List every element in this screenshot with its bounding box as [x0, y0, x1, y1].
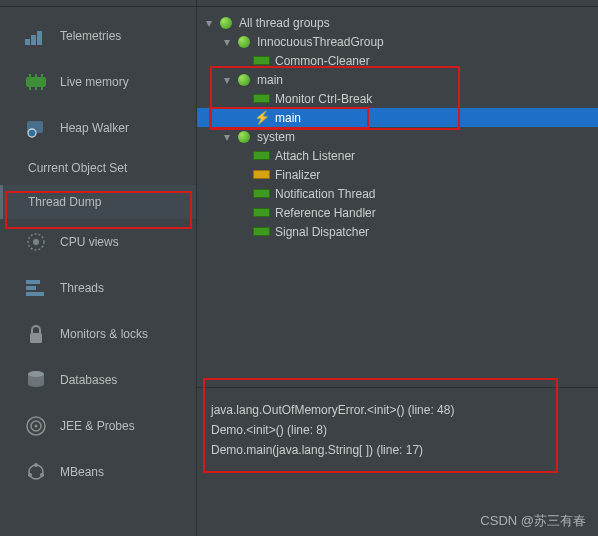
tree-node-label: All thread groups — [239, 16, 330, 30]
lock-icon — [24, 322, 48, 346]
tree-node[interactable]: Monitor Ctrl-Break — [197, 89, 598, 108]
sidebar-item-label: Monitors & locks — [60, 327, 148, 341]
thread-group-icon — [235, 35, 252, 48]
svg-point-24 — [34, 463, 38, 467]
content-area: ▾ All thread groups ▾InnocuousThreadGrou… — [197, 0, 598, 536]
sidebar-item-thread-dump[interactable]: Thread Dump — [0, 185, 196, 219]
thread-active-icon: ⚡ — [253, 111, 270, 124]
tree-node-label: Reference Handler — [275, 206, 376, 220]
stack-line: Demo.main(java.lang.String[ ]) (line: 17… — [211, 440, 584, 460]
sidebar-item-label: Telemetries — [60, 29, 121, 43]
svg-point-11 — [28, 129, 36, 137]
thread-waiting-icon — [253, 168, 270, 181]
tree-node-label: Monitor Ctrl-Break — [275, 92, 372, 106]
tree-node-label: main — [257, 73, 283, 87]
sidebar-item-label: Databases — [60, 373, 117, 387]
tree-node[interactable]: Signal Dispatcher — [197, 222, 598, 241]
svg-point-22 — [35, 425, 38, 428]
sidebar-item-current-object-set[interactable]: Current Object Set — [0, 151, 196, 185]
sidebar-item-label: Heap Walker — [60, 121, 129, 135]
tree-node-label: Common-Cleaner — [275, 54, 370, 68]
sidebar-item-label: Live memory — [60, 75, 129, 89]
tree-root[interactable]: ▾ All thread groups — [197, 13, 598, 32]
svg-rect-2 — [37, 31, 42, 45]
sidebar-item-label: Current Object Set — [28, 161, 127, 175]
sidebar-list: Telemetries Live memory Heap Walker Curr… — [0, 7, 196, 495]
sidebar-item-label: Threads — [60, 281, 104, 295]
svg-rect-8 — [35, 87, 37, 90]
tree-node-label: Signal Dispatcher — [275, 225, 369, 239]
thread-group-icon — [235, 73, 252, 86]
sidebar-item-label: MBeans — [60, 465, 104, 479]
thread-running-icon — [253, 149, 270, 162]
thread-running-icon — [253, 225, 270, 238]
tree-node[interactable]: ⚡main — [197, 108, 598, 127]
cpu-views-icon — [24, 230, 48, 254]
stack-line: Demo.<init>() (line: 8) — [211, 420, 584, 440]
thread-group-icon — [217, 16, 234, 29]
database-icon — [24, 368, 48, 392]
tree-node-label: Finalizer — [275, 168, 320, 182]
thread-running-icon — [253, 54, 270, 67]
content-header — [197, 0, 598, 7]
chevron-down-icon[interactable]: ▾ — [203, 17, 215, 29]
svg-point-26 — [28, 473, 32, 477]
svg-rect-17 — [30, 333, 42, 343]
sidebar-item-databases[interactable]: Databases — [0, 357, 196, 403]
thread-running-icon — [253, 187, 270, 200]
chevron-down-icon[interactable]: ▾ — [221, 131, 233, 143]
svg-point-23 — [29, 465, 43, 479]
tree-node[interactable]: ▾system — [197, 127, 598, 146]
live-memory-icon — [24, 70, 48, 94]
heap-walker-icon — [24, 116, 48, 140]
stack-trace-panel: java.lang.OutOfMemoryError.<init>() (lin… — [197, 387, 598, 482]
sidebar-item-telemetries[interactable]: Telemetries — [0, 13, 196, 59]
thread-running-icon — [253, 92, 270, 105]
tree-node-label: InnocuousThreadGroup — [257, 35, 384, 49]
svg-rect-14 — [26, 280, 40, 284]
sidebar-item-jee-probes[interactable]: JEE & Probes — [0, 403, 196, 449]
svg-rect-5 — [35, 74, 37, 77]
tree-node[interactable]: ▾InnocuousThreadGroup — [197, 32, 598, 51]
tree-node-label: system — [257, 130, 295, 144]
sidebar-item-monitors-locks[interactable]: Monitors & locks — [0, 311, 196, 357]
sidebar-item-heap-walker[interactable]: Heap Walker — [0, 105, 196, 151]
svg-point-25 — [40, 473, 44, 477]
sidebar-item-threads[interactable]: Threads — [0, 265, 196, 311]
chevron-down-icon[interactable]: ▾ — [221, 74, 233, 86]
tree-node[interactable]: Attach Listener — [197, 146, 598, 165]
sidebar-item-label: JEE & Probes — [60, 419, 135, 433]
svg-point-13 — [33, 239, 39, 245]
threads-icon — [24, 276, 48, 300]
tree-node-label: Attach Listener — [275, 149, 355, 163]
sidebar-header — [0, 0, 196, 7]
sidebar-item-label: Thread Dump — [28, 195, 101, 209]
svg-rect-6 — [41, 74, 43, 77]
thread-group-icon — [235, 130, 252, 143]
stack-line: java.lang.OutOfMemoryError.<init>() (lin… — [211, 400, 584, 420]
telemetries-icon — [24, 24, 48, 48]
sidebar-item-mbeans[interactable]: MBeans — [0, 449, 196, 495]
svg-rect-16 — [26, 292, 44, 296]
svg-point-19 — [28, 371, 44, 377]
tree-node[interactable]: Notification Thread — [197, 184, 598, 203]
chevron-down-icon[interactable]: ▾ — [221, 36, 233, 48]
svg-rect-3 — [26, 77, 46, 87]
sidebar-item-label: CPU views — [60, 235, 119, 249]
svg-rect-1 — [31, 35, 36, 45]
thread-tree[interactable]: ▾ All thread groups ▾InnocuousThreadGrou… — [197, 7, 598, 247]
sidebar-item-live-memory[interactable]: Live memory — [0, 59, 196, 105]
sidebar-item-cpu-views[interactable]: CPU views — [0, 219, 196, 265]
svg-rect-0 — [25, 39, 30, 45]
tree-node[interactable]: Reference Handler — [197, 203, 598, 222]
mbeans-icon — [24, 460, 48, 484]
svg-rect-7 — [29, 87, 31, 90]
tree-node[interactable]: ▾main — [197, 70, 598, 89]
probes-icon — [24, 414, 48, 438]
svg-rect-9 — [41, 87, 43, 90]
tree-node[interactable]: Finalizer — [197, 165, 598, 184]
thread-running-icon — [253, 206, 270, 219]
sidebar: Telemetries Live memory Heap Walker Curr… — [0, 0, 197, 536]
tree-node[interactable]: Common-Cleaner — [197, 51, 598, 70]
tree-node-label: main — [275, 111, 301, 125]
